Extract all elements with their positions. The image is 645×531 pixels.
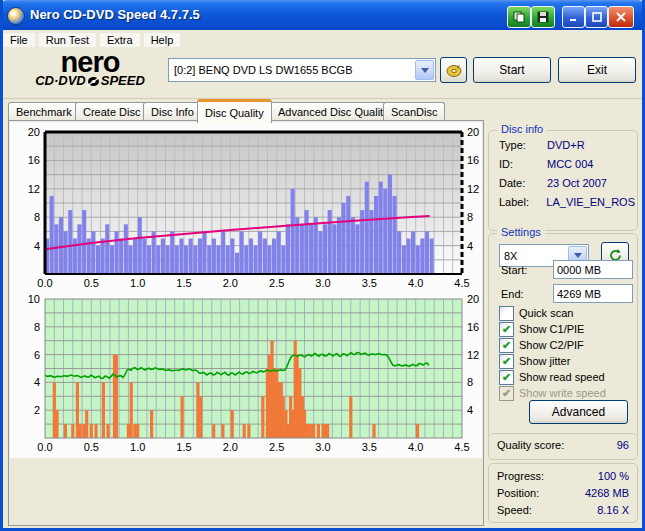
svg-text:0.0: 0.0 <box>37 441 52 453</box>
checkbox-box <box>499 306 514 321</box>
checkbox-box: ✔ <box>499 338 514 353</box>
chart-panel: 48121620481216200.00.51.01.52.02.53.03.5… <box>10 122 482 458</box>
svg-text:3.0: 3.0 <box>315 277 330 289</box>
position-value: 4268 MB <box>585 487 629 499</box>
svg-text:2: 2 <box>34 404 40 416</box>
disc-glyph-icon <box>87 76 100 87</box>
disc-date: 23 Oct 2007 <box>547 177 607 189</box>
tab-scandisc[interactable]: ScanDisc <box>383 102 445 121</box>
svg-text:2.0: 2.0 <box>223 441 238 453</box>
disc-quality-tab-page: 48121620481216200.00.51.01.52.02.53.03.5… <box>8 120 484 526</box>
svg-text:16: 16 <box>28 154 40 166</box>
svg-text:1.0: 1.0 <box>130 277 145 289</box>
svg-text:4.0: 4.0 <box>408 277 423 289</box>
svg-text:12: 12 <box>467 183 479 195</box>
disc-label: LA_VIE_EN_ROS <box>546 196 635 208</box>
window-title: Nero CD-DVD Speed 4.7.7.5 <box>30 7 200 22</box>
nero-logo-text: nero <box>15 49 165 75</box>
menu-file[interactable]: File <box>3 33 35 47</box>
minimize-icon <box>569 12 579 22</box>
progress-box: Progress:100 % Position:4268 MB Speed:8.… <box>488 463 638 523</box>
svg-text:8: 8 <box>34 211 40 223</box>
menu-run-test[interactable]: Run Test <box>39 33 96 47</box>
disc-info-group: Disc info Type:DVD+R ID:MCC 004 Date:23 … <box>488 130 638 231</box>
settings-title: Settings <box>497 226 545 238</box>
tab-disc-info[interactable]: Disc Info <box>143 102 202 121</box>
checkbox-show-read-speed[interactable]: ✔Show read speed <box>499 370 605 384</box>
tab-benchmark[interactable]: Benchmark <box>8 102 80 121</box>
checkbox-box: ✔ <box>499 370 514 385</box>
svg-text:8: 8 <box>34 321 40 333</box>
disc-info-title: Disc info <box>497 123 547 135</box>
save-icon <box>537 11 549 23</box>
svg-text:6: 6 <box>34 349 40 361</box>
cd-dvd-speed-logo-text: CD·DVD SPEED <box>15 75 165 87</box>
close-button[interactable] <box>608 6 634 28</box>
checkbox-box: ✔ <box>499 354 514 369</box>
maximize-icon <box>592 12 602 22</box>
svg-text:12: 12 <box>467 349 479 361</box>
svg-text:4: 4 <box>34 240 40 252</box>
copy-icon <box>513 11 525 23</box>
checkbox-quick-scan[interactable]: Quick scan <box>499 306 573 320</box>
svg-text:2.5: 2.5 <box>269 277 284 289</box>
nero-logo: nero CD·DVD SPEED <box>15 49 165 97</box>
maximize-button[interactable] <box>585 6 608 28</box>
combo-arrow-icon[interactable] <box>415 60 434 80</box>
app-disc-icon <box>7 7 25 25</box>
tab-advanced-disc-quality[interactable]: Advanced Disc Quality <box>270 102 397 121</box>
svg-text:1.0: 1.0 <box>130 441 145 453</box>
speed-value: 8.16 X <box>597 504 629 516</box>
svg-text:20: 20 <box>467 126 479 138</box>
menu-extra[interactable]: Extra <box>100 33 140 47</box>
svg-text:4.5: 4.5 <box>454 277 469 289</box>
start-button[interactable]: Start <box>473 57 551 83</box>
tab-bar: Benchmark Create Disc Disc Info Disc Qua… <box>3 99 642 120</box>
end-field[interactable] <box>553 284 633 303</box>
svg-text:2.0: 2.0 <box>223 277 238 289</box>
checkbox-show-c2-pif[interactable]: ✔Show C2/PIF <box>499 338 584 352</box>
svg-text:16: 16 <box>467 154 479 166</box>
title-bar: Nero CD-DVD Speed 4.7.7.5 <box>0 0 645 30</box>
svg-text:12: 12 <box>28 183 40 195</box>
checkbox-box: ✔ <box>499 322 514 337</box>
pi-failures-jitter-chart: 246810481216200.00.51.01.52.02.53.03.54.… <box>10 290 483 455</box>
tab-create-disc[interactable]: Create Disc <box>75 102 148 121</box>
svg-text:3.5: 3.5 <box>362 441 377 453</box>
svg-text:16: 16 <box>467 321 479 333</box>
quality-score-box: Quality score:96 <box>488 433 638 460</box>
close-icon <box>616 12 626 22</box>
svg-text:3.0: 3.0 <box>315 441 330 453</box>
svg-text:8: 8 <box>467 376 473 388</box>
advanced-button-label: Advanced <box>552 405 605 419</box>
exit-button[interactable]: Exit <box>558 57 636 83</box>
progress-value: 100 % <box>598 470 629 482</box>
svg-text:0.5: 0.5 <box>84 277 99 289</box>
start-field[interactable] <box>553 260 633 279</box>
quality-score-value: 96 <box>617 439 629 451</box>
advanced-button[interactable]: Advanced <box>529 400 628 424</box>
settings-group: Settings 8X Start: End: Quick scan ✔Show… <box>488 233 638 439</box>
end-field-label: End: <box>501 288 524 300</box>
logo-speed-text: SPEED <box>101 75 145 87</box>
svg-text:4.5: 4.5 <box>454 441 469 453</box>
checkbox-show-c1-pie[interactable]: ✔Show C1/PIE <box>499 322 584 336</box>
header: nero CD·DVD SPEED [0:2] BENQ DVD LS DW16… <box>3 49 642 99</box>
eject-button[interactable] <box>440 57 467 83</box>
pi-errors-chart: 48121620481216200.00.51.01.52.02.53.03.5… <box>10 122 483 290</box>
svg-text:4: 4 <box>467 240 473 252</box>
svg-text:2.5: 2.5 <box>269 441 284 453</box>
minimize-button[interactable] <box>562 6 585 28</box>
menu-help[interactable]: Help <box>144 33 181 47</box>
start-field-label: Start: <box>501 264 527 276</box>
disc-type: DVD+R <box>547 139 585 151</box>
copy-button[interactable] <box>507 6 531 28</box>
svg-text:3.5: 3.5 <box>362 277 377 289</box>
svg-text:4: 4 <box>467 404 473 416</box>
svg-text:1.5: 1.5 <box>176 277 191 289</box>
tab-disc-quality[interactable]: Disc Quality <box>197 99 272 123</box>
save-button[interactable] <box>531 6 555 28</box>
checkbox-show-jitter[interactable]: ✔Show jitter <box>499 354 570 368</box>
drive-select[interactable]: [0:2] BENQ DVD LS DW1655 BCGB <box>168 58 436 82</box>
checkbox-box: ✔ <box>499 386 514 401</box>
